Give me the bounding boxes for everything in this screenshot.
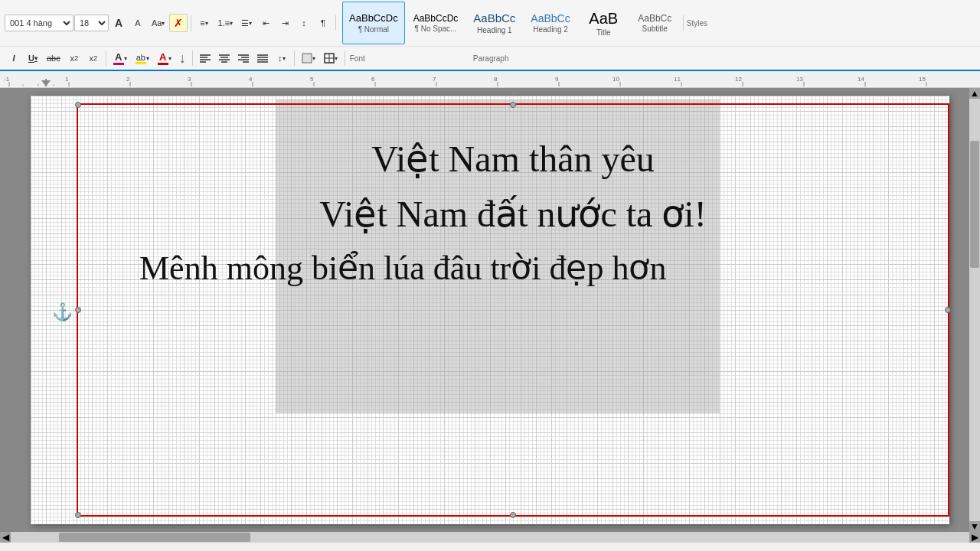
svg-text:9: 9 — [555, 76, 559, 83]
svg-text:14: 14 — [858, 76, 864, 83]
svg-text:13: 13 — [796, 76, 803, 83]
scrollbar-horizontal[interactable]: ◀ ▶ — [0, 532, 980, 543]
style-title-preview: AaB — [589, 9, 618, 28]
style-subtitle[interactable]: AaBbCc Subtitle — [630, 2, 680, 44]
anchor-icon: ⚓ — [52, 302, 73, 322]
style-nospace-preview: AaBbCcDc — [413, 13, 459, 24]
align-center-button[interactable] — [215, 49, 234, 67]
toolbar-row1: 001 4 hàng 18 A A Aa▾ ✗ ≡▾ 1.≡▾ ☰▾ ⇤ ⇥ ↕… — [0, 0, 980, 47]
numbering-button[interactable]: 1.≡▾ — [214, 14, 237, 32]
font-color-button[interactable]: A ▾ — [154, 49, 175, 67]
underline-button[interactable]: U▾ — [24, 49, 42, 67]
document-area: Việt Nam thân yêu Việt Nam đất nước ta ơ… — [0, 88, 980, 532]
svg-rect-16 — [302, 54, 312, 63]
text-box[interactable]: Việt Nam thân yêu Việt Nam đất nước ta ơ… — [77, 103, 949, 517]
style-heading2[interactable]: AaBbCc Heading 2 — [524, 2, 577, 44]
style-normal-label: ¶ Normal — [358, 25, 389, 34]
align-left-button[interactable] — [196, 49, 214, 67]
increase-indent-button[interactable]: ⇥ — [276, 14, 294, 32]
sep6 — [294, 51, 295, 66]
ruler-content: -1 1 2 3 4 5 6 7 8 9 10 11 — [0, 71, 980, 86]
bullets-button[interactable]: ≡▾ — [194, 14, 213, 32]
borders-button[interactable]: ▾ — [320, 49, 341, 67]
poem-line-3: Mênh mông biển lúa đâu trời đẹp hơn — [109, 246, 917, 290]
style-normal[interactable]: AaBbCcDc ¶ Normal — [342, 2, 405, 44]
style-normal-preview: AaBbCcDc — [349, 12, 398, 24]
toolbar: 001 4 hàng 18 A A Aa▾ ✗ ≡▾ 1.≡▾ ☰▾ ⇤ ⇥ ↕… — [0, 0, 980, 71]
paragraph-section-label: Paragraph — [473, 54, 509, 63]
svg-text:15: 15 — [919, 76, 926, 83]
align-right-button[interactable] — [234, 49, 253, 67]
styles-panel: AaBbCcDc ¶ Normal AaBbCcDc ¶ No Spac... … — [342, 2, 680, 44]
line-spacing-button[interactable]: ↕▾ — [273, 49, 291, 67]
svg-rect-20 — [0, 71, 980, 86]
svg-text:1: 1 — [65, 76, 69, 83]
style-heading1[interactable]: AaBbCc Heading 1 — [466, 2, 522, 44]
sep2 — [335, 15, 336, 31]
clear-format-button[interactable]: ✗ — [169, 14, 188, 32]
sort-button[interactable]: ↕ — [295, 14, 313, 32]
svg-text:11: 11 — [674, 76, 681, 83]
font-name-dropdown[interactable]: 001 4 hàng — [5, 15, 74, 31]
style-subtitle-preview: AaBbCc — [638, 13, 671, 24]
sep5 — [192, 51, 193, 66]
poem-line-1: Việt Nam thân yêu — [109, 135, 917, 183]
svg-text:3: 3 — [188, 76, 191, 83]
sep3 — [683, 15, 684, 31]
style-title-label: Title — [596, 28, 611, 37]
shading-button[interactable]: ▾ — [298, 49, 319, 67]
decrease-indent-button[interactable]: ⇤ — [256, 14, 275, 32]
scrollbar-vertical[interactable]: ▲ ▼ — [969, 88, 980, 532]
change-case-button[interactable]: Aa▾ — [148, 14, 168, 32]
svg-text:4: 4 — [249, 76, 253, 83]
style-h2-preview: AaBbCc — [531, 12, 570, 25]
svg-text:12: 12 — [735, 76, 742, 83]
justify-button[interactable] — [253, 49, 272, 67]
style-title[interactable]: AaB Title — [579, 2, 629, 44]
grow-font-button[interactable]: A — [109, 14, 128, 32]
superscript-button[interactable]: x2 — [84, 49, 103, 67]
subscript-button[interactable]: x2 — [65, 49, 83, 67]
shrink-font-button[interactable]: A — [129, 14, 147, 32]
svg-text:5: 5 — [310, 76, 314, 83]
style-h1-label: Heading 1 — [477, 26, 512, 34]
strikethrough-button[interactable]: abc — [43, 49, 64, 67]
poem-line-2: Việt Nam đất nước ta ơi! — [109, 191, 917, 238]
style-nospace-label: ¶ No Spac... — [415, 24, 457, 33]
style-subtitle-label: Subtitle — [642, 24, 668, 33]
svg-text:6: 6 — [371, 76, 375, 83]
svg-text:8: 8 — [494, 76, 498, 83]
svg-text:2: 2 — [126, 76, 130, 83]
sep7 — [345, 51, 345, 66]
ruler: -1 1 2 3 4 5 6 7 8 9 10 11 — [0, 71, 980, 88]
toolbar-row2: I U▾ abc x2 x2 A ▾ ab ▾ A — [0, 47, 980, 70]
sep1 — [191, 15, 191, 31]
font-size-dropdown[interactable]: 18 — [74, 15, 109, 31]
rotate-handle[interactable] — [507, 88, 519, 94]
page: Việt Nam thân yêu Việt Nam đất nước ta ơ… — [31, 96, 949, 524]
sep4 — [106, 51, 106, 66]
svg-text:7: 7 — [433, 76, 436, 83]
svg-text:10: 10 — [612, 76, 619, 83]
style-h1-preview: AaBbCc — [473, 11, 515, 25]
style-h2-label: Heading 2 — [533, 25, 568, 34]
styles-group-label: Styles — [687, 19, 707, 28]
show-paragraph-button[interactable]: ¶ — [314, 14, 332, 32]
font-color-text-button[interactable]: A ▾ — [109, 49, 131, 67]
multilevel-button[interactable]: ☰▾ — [237, 14, 256, 32]
cursor-indicator: ↓ — [179, 51, 186, 67]
italic-button[interactable]: I — [5, 49, 23, 67]
style-no-space[interactable]: AaBbCcDc ¶ No Spac... — [407, 2, 466, 44]
svg-text:-1: -1 — [4, 76, 10, 83]
font-section-label: Font — [350, 54, 365, 63]
highlight-button[interactable]: ab ▾ — [132, 49, 153, 67]
text-content: Việt Nam thân yêu Việt Nam đất nước ta ơ… — [78, 105, 948, 515]
